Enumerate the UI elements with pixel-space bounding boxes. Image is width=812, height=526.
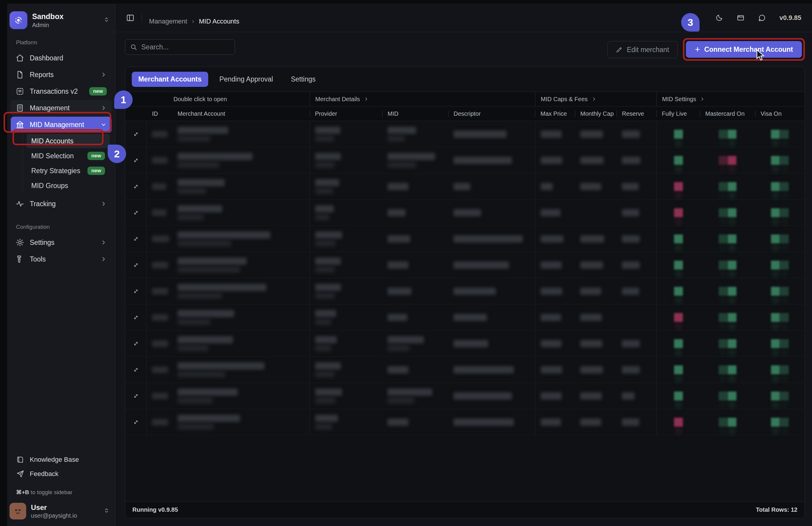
- user-menu[interactable]: User user@paysight.io: [7, 499, 115, 526]
- column-header-mastercard-on[interactable]: Mastercard On: [700, 106, 755, 121]
- search-input[interactable]: [141, 43, 230, 51]
- table-row[interactable]: [125, 147, 804, 173]
- app-version: v0.9.85: [780, 14, 801, 22]
- redacted-cell: [315, 293, 335, 299]
- table-row[interactable]: [125, 304, 804, 330]
- table-row[interactable]: [125, 200, 804, 226]
- status-on-indicator: [674, 130, 683, 139]
- table-row[interactable]: [125, 173, 804, 200]
- sidebar-item-mid-selection[interactable]: MID Selectionnew: [27, 149, 110, 163]
- sidebar-item-dashboard[interactable]: Dashboard: [11, 50, 112, 66]
- status-on-indicator: [674, 339, 683, 348]
- redacted-cell: [177, 214, 204, 220]
- cell-max-price: [535, 147, 575, 173]
- expand-row-button[interactable]: [125, 252, 147, 278]
- sidebar-item-tools[interactable]: Tools: [11, 251, 112, 267]
- column-header-provider[interactable]: Provider: [310, 106, 382, 121]
- browser-window-icon[interactable]: [737, 14, 744, 22]
- tab-merchant-accounts[interactable]: Merchant Accounts: [132, 72, 208, 87]
- workspace-switcher[interactable]: Sandbox Admin: [7, 8, 115, 32]
- group-header-mid-settings[interactable]: MID Settings: [656, 92, 804, 106]
- column-header-visa-on[interactable]: Visa On: [755, 106, 804, 121]
- redacted-cell: [388, 397, 414, 403]
- column-header-reserve[interactable]: Reserve: [617, 106, 656, 121]
- sidebar-toggle-icon[interactable]: [126, 14, 134, 22]
- cell-reserve: [617, 147, 656, 173]
- sidebar-item-mid-accounts[interactable]: MID Accounts: [27, 134, 110, 148]
- sidebar-link-feedback[interactable]: Feedback: [11, 467, 112, 481]
- expand-row-button[interactable]: [125, 226, 147, 252]
- sidebar-item-mid-groups[interactable]: MID Groups: [27, 179, 110, 193]
- redacted-cell: [152, 183, 166, 190]
- chevron-right-icon: [363, 96, 369, 102]
- redacted-cell: [177, 153, 252, 160]
- table-row[interactable]: [125, 357, 804, 383]
- expand-row-button[interactable]: [125, 383, 147, 409]
- table-row[interactable]: [125, 226, 804, 252]
- sidebar-item-management[interactable]: Management: [11, 100, 112, 116]
- sidebar-item-retry-strategies[interactable]: Retry Strategiesnew: [27, 164, 110, 178]
- expand-row-button[interactable]: [125, 200, 147, 226]
- status-on-indicator: [674, 261, 683, 270]
- column-header-descriptor[interactable]: Descriptor: [448, 106, 535, 121]
- table-row[interactable]: [125, 383, 804, 409]
- expand-row-button[interactable]: [125, 121, 147, 147]
- sidebar-item-settings[interactable]: Settings: [11, 234, 112, 251]
- edit-merchant-button[interactable]: Edit merchant: [607, 41, 678, 58]
- group-header-label: MID Settings: [662, 96, 696, 103]
- sidebar-link-knowledge-base[interactable]: Knowledge Base: [11, 453, 112, 467]
- table-row[interactable]: [125, 121, 804, 147]
- column-header-monthly-cap[interactable]: Monthly Cap: [575, 106, 617, 121]
- group-header-merchant-details[interactable]: Merchant Details: [310, 92, 535, 106]
- search-box[interactable]: [125, 39, 235, 55]
- cell-id: [147, 357, 172, 383]
- step-number: 2: [114, 148, 120, 160]
- expand-row-button[interactable]: [125, 409, 147, 435]
- table-row[interactable]: [125, 409, 804, 435]
- status-cell: [656, 173, 700, 199]
- tab-pending-approval[interactable]: Pending Approval: [213, 72, 279, 87]
- table-row[interactable]: [125, 252, 804, 278]
- expand-row-button[interactable]: [125, 304, 147, 330]
- chevron-right-icon: [100, 256, 107, 262]
- cell-provider: [310, 383, 382, 409]
- column-header-fully-live[interactable]: Fully Live: [656, 106, 700, 121]
- cell-monthly-cap: [575, 278, 617, 304]
- table-row[interactable]: [125, 330, 804, 357]
- redacted-cell: [541, 340, 562, 347]
- expand-row-button[interactable]: [125, 173, 147, 199]
- sidebar-item-tracking[interactable]: Tracking: [11, 196, 112, 212]
- expand-row-button[interactable]: [125, 278, 147, 304]
- expand-row-button[interactable]: [125, 147, 147, 173]
- cell-monthly-cap: [575, 200, 617, 226]
- column-header-merchant-account[interactable]: Merchant Account: [172, 106, 310, 121]
- redacted-cell: [453, 418, 514, 426]
- chevron-right-icon: [699, 96, 705, 102]
- expand-row-button[interactable]: [125, 357, 147, 383]
- sidebar-item-reports[interactable]: Reports: [11, 67, 112, 83]
- table-row[interactable]: [125, 278, 804, 304]
- redacted-cell: [152, 314, 168, 321]
- status-on-indicator: [719, 208, 727, 217]
- group-header-mid-caps-fees[interactable]: MID Caps & Fees: [535, 92, 656, 106]
- column-header-id[interactable]: ID: [147, 106, 172, 121]
- status-bar: Running v0.9.85 Total Rows: 12: [125, 501, 804, 518]
- dark-mode-icon[interactable]: [715, 14, 723, 22]
- status-cell: [755, 121, 804, 147]
- column-header-max-price[interactable]: Max Price: [535, 106, 575, 121]
- status-on-indicator: [780, 287, 789, 296]
- sidebar-item-mid-management[interactable]: MID Management: [11, 117, 112, 133]
- status-cell: [656, 409, 700, 435]
- cell-descriptor: [448, 226, 535, 252]
- column-header-mid[interactable]: MID: [382, 106, 448, 121]
- expand-row-button[interactable]: [125, 330, 147, 356]
- sidebar-item-label: MID Management: [30, 121, 84, 129]
- connect-merchant-account-button[interactable]: + Connect Merchant Account: [686, 41, 802, 58]
- cell-provider: [310, 200, 382, 226]
- cell-id: [147, 252, 172, 278]
- chat-icon[interactable]: [758, 14, 766, 22]
- top-bar: Management › MID Accounts v0.9.85: [115, 3, 812, 32]
- sidebar-item-transactions-v2[interactable]: Transactions v2new: [11, 83, 112, 99]
- tab-settings[interactable]: Settings: [284, 72, 322, 87]
- breadcrumb-parent[interactable]: Management: [149, 17, 187, 25]
